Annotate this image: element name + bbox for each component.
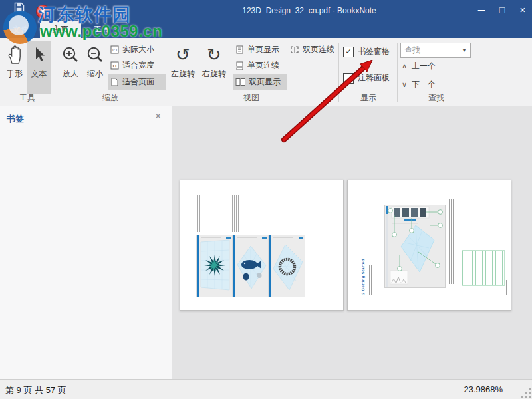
screenshot-fish-model [232, 235, 269, 297]
double-page-label: 双页显示 [249, 76, 281, 88]
section-heading: 2 Getting Started [361, 259, 365, 295]
actual-size-button[interactable]: 1:1 实际大小 [108, 42, 166, 57]
find-next-button[interactable]: ∨ 下一个 [402, 79, 436, 90]
screenshot-annotated-ui [384, 205, 446, 288]
hand-icon [7, 41, 23, 68]
find-next-label: 下一个 [412, 79, 436, 90]
checkbox-checked-icon: ✓ [343, 47, 354, 57]
window-title: 123D_Design_32_cn.pdf - BookxNote [242, 6, 376, 15]
single-page-label: 单页显示 [247, 44, 279, 55]
rotated-text-block [369, 265, 372, 295]
annotation-panel-label: 注释面板 [358, 72, 390, 84]
bookmark-pane-label: 书签窗格 [358, 46, 390, 57]
rotate-left-icon: ↺ [176, 41, 190, 68]
pdf-page-left[interactable] [180, 180, 344, 311]
statusbar: 第 9 页 共 57 页 23.9868% [0, 379, 532, 399]
maximize-button[interactable]: □ [491, 0, 513, 20]
actual-size-label: 实际大小 [122, 44, 154, 55]
ribbon-separator [397, 43, 398, 102]
chevron-down-icon[interactable]: ▼ [458, 47, 470, 53]
rotate-right-icon: ↻ [207, 41, 221, 68]
zoom-out-label: 缩小 [87, 68, 103, 80]
ribbon: 手形 文本 工具 放大 [0, 38, 532, 107]
single-page-button[interactable]: 单页显示 [233, 42, 287, 57]
minimize-button[interactable]: ─ [470, 0, 493, 20]
rotated-text-block [269, 195, 274, 228]
close-button[interactable]: × [511, 0, 532, 20]
screenshot-star-model [196, 235, 233, 297]
zoom-in-icon [61, 41, 80, 68]
pdf-page-right[interactable]: 2 Getting Started [347, 180, 511, 311]
svg-text:↔: ↔ [112, 63, 117, 69]
titlebar: 123D_Design_32_cn.pdf - BookxNote ─ □ × … [0, 0, 532, 38]
find-combobox[interactable]: 查找 ▼ [400, 43, 471, 58]
zoom-in-button[interactable]: 放大 [59, 41, 82, 94]
fit-page-icon [110, 78, 119, 86]
fit-width-icon: ↔ [110, 61, 119, 70]
svg-text:1:1: 1:1 [112, 48, 118, 52]
fit-page-label: 适合页面 [122, 76, 154, 88]
chevron-down-icon: ∨ [402, 80, 407, 89]
tab-tools[interactable]: 工具 [84, 21, 120, 38]
double-continuous-label: 双页连续 [303, 44, 334, 55]
rotate-left-button[interactable]: ↺ 左旋转 [169, 41, 197, 94]
cursor-icon [33, 41, 45, 68]
ribbon-separator [55, 43, 55, 102]
ribbon-separator [338, 43, 339, 102]
actual-size-icon: 1:1 [110, 45, 119, 54]
tab-file[interactable]: 文件 [4, 21, 37, 38]
rotated-text-block [232, 195, 239, 232]
rotated-text-block [449, 199, 454, 284]
group-label-view: 视图 [166, 92, 336, 104]
group-label-tools: 工具 [4, 92, 51, 104]
rotate-right-label: 右旋转 [202, 68, 226, 80]
menu-table [462, 250, 505, 286]
rotate-left-label: 左旋转 [171, 68, 195, 80]
statusbar-divider [513, 382, 513, 396]
double-continuous-icon [290, 45, 299, 54]
fit-width-label: 适合宽度 [122, 60, 154, 71]
ribbon-separator [475, 43, 475, 102]
resize-grip[interactable] [520, 388, 531, 398]
zoom-out-icon [86, 41, 104, 68]
rotated-text-block [456, 207, 459, 280]
group-label-display: 显示 [340, 92, 396, 104]
single-continuous-label: 单页连续 [247, 60, 279, 71]
group-label-find: 查找 [399, 92, 473, 104]
checkbox-unchecked-icon [343, 73, 354, 84]
page-info[interactable]: 第 9 页 共 57 页 [5, 384, 66, 396]
screenshot-ring-model [269, 235, 305, 297]
annotation-panel-checkbox[interactable]: 注释面板 [343, 72, 390, 84]
double-page-button[interactable]: 双页显示 [233, 74, 287, 90]
zoom-out-button[interactable]: 缩小 [84, 41, 106, 94]
document-area[interactable]: 2 Getting Started [172, 106, 532, 379]
bookmark-panel-close-icon[interactable]: × [155, 110, 161, 122]
bookxnote-window: 123D_Design_32_cn.pdf - BookxNote ─ □ × … [0, 0, 532, 399]
bookmark-pane-checkbox[interactable]: ✓ 书签窗格 [343, 46, 390, 57]
zoom-in-label: 放大 [63, 68, 78, 80]
find-input-placeholder: 查找 [401, 45, 458, 56]
double-continuous-button[interactable]: 双页连续 [287, 42, 340, 57]
hand-tool-button[interactable]: 手形 [4, 41, 25, 94]
tab-home[interactable]: 主页 [40, 21, 81, 38]
bookmark-panel-title: 书签 [7, 113, 24, 125]
single-continuous-button[interactable]: 单页连续 [233, 58, 287, 73]
group-label-zoom: 缩放 [57, 92, 164, 104]
single-continuous-icon [235, 61, 244, 70]
fit-page-button[interactable]: 适合页面 [108, 74, 166, 90]
find-previous-button[interactable]: ∧ 上一个 [402, 61, 436, 72]
save-icon[interactable] [14, 2, 25, 13]
fit-width-button[interactable]: ↔ 适合宽度 [108, 58, 166, 73]
rotated-text-block [197, 195, 202, 232]
rotate-right-button[interactable]: ↻ 右旋转 [200, 41, 229, 94]
single-page-icon [235, 45, 244, 54]
zoom-level[interactable]: 23.9868% [464, 384, 503, 394]
unsaved-badge[interactable]: × [36, 5, 50, 19]
bookmark-panel: 书签 × [0, 106, 172, 379]
rotated-text-block [506, 280, 508, 295]
chevron-up-icon: ∧ [402, 62, 407, 70]
text-tool-button[interactable]: 文本 [27, 41, 51, 94]
double-page-icon [235, 78, 245, 86]
text-tool-label: 文本 [31, 68, 47, 80]
hand-tool-label: 手形 [7, 68, 23, 80]
